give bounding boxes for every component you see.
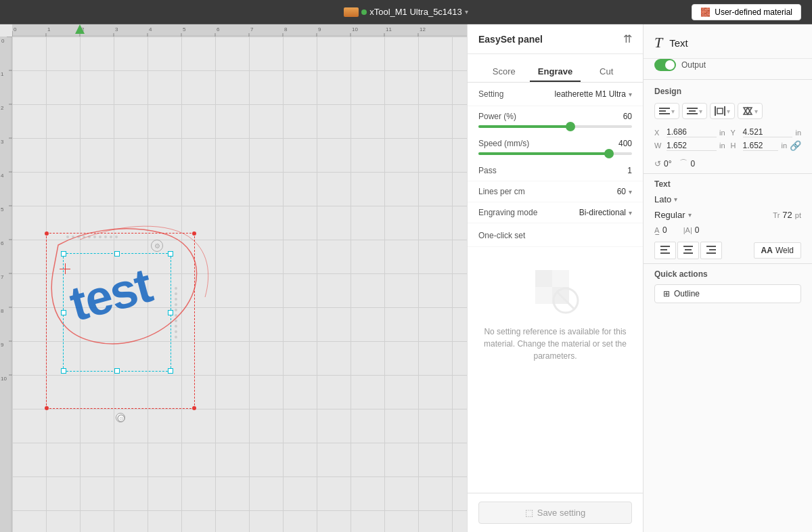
speed-slider-thumb[interactable]	[604, 149, 614, 158]
lock-aspect-icon[interactable]: 🔗	[790, 140, 801, 151]
rotation-handle-bottom[interactable]: ⊙	[116, 413, 125, 422]
sel-handle-mr[interactable]	[168, 310, 173, 315]
svg-text:6: 6	[217, 26, 220, 32]
sel-handle-ml[interactable]	[61, 310, 66, 315]
tab-cut[interactable]: Cut	[581, 62, 632, 82]
svg-rect-55	[535, 287, 552, 304]
mode-row: Engraving mode Bi-directional ▾	[468, 202, 643, 223]
tab-score[interactable]: Score	[478, 62, 530, 82]
mode-value-container[interactable]: Bi-directional ▾	[579, 208, 632, 217]
svg-rect-67	[717, 108, 723, 114]
rotation-row: ↺ 0° ⌒ 0	[644, 154, 812, 173]
font-size-value[interactable]: 72	[782, 210, 792, 220]
char-spacing-item: A̲ 0	[654, 225, 667, 235]
design-section-label: Design	[644, 80, 812, 100]
char-spacing-value[interactable]: 0	[662, 225, 667, 235]
w-label: W	[654, 141, 664, 150]
outline-icon: ⊞	[663, 289, 670, 298]
text-align-right-button[interactable]	[700, 242, 722, 259]
sel-handle-bl[interactable]	[61, 368, 66, 374]
quick-actions-label: Quick actions	[644, 264, 812, 282]
svg-text:1: 1	[1, 71, 4, 77]
x-value[interactable]: 1.686	[667, 127, 717, 137]
svg-rect-73	[683, 246, 693, 247]
y-label: Y	[731, 129, 740, 137]
weld-aa-icon: AA	[761, 246, 773, 255]
dot-pattern	[66, 236, 118, 238]
weld-button[interactable]: AA Weld	[754, 242, 801, 259]
save-icon: ⬚	[525, 508, 533, 518]
speed-slider-track[interactable]	[478, 152, 632, 155]
distribute-ctrl[interactable]: ▾	[710, 103, 735, 119]
main-layout: 0 1 2 3 4 5 6 7 8 9 10	[0, 24, 812, 532]
sel-handle-tr[interactable]	[168, 251, 173, 257]
svg-rect-66	[724, 106, 725, 116]
sel-handle-br[interactable]	[168, 368, 173, 374]
output-toggle[interactable]	[654, 59, 676, 71]
text-section-label: Text	[644, 174, 812, 192]
svg-rect-74	[685, 249, 692, 250]
header: xTool_M1 Ultra_5c1413 ▾ 🧱 User-defined m…	[0, 0, 812, 24]
svg-rect-53	[535, 270, 552, 287]
svg-rect-62	[687, 108, 698, 109]
lines-value-container[interactable]: 60 ▾	[617, 187, 632, 196]
canvas-content[interactable]: ⚙	[12, 37, 467, 532]
sel-handle-tl[interactable]	[61, 251, 66, 257]
svg-rect-61	[659, 113, 670, 114]
svg-text:11: 11	[386, 26, 392, 32]
align-ctrl-arrow-3: ▾	[727, 108, 730, 115]
rotation-value[interactable]: 0°	[664, 159, 671, 169]
svg-text:7: 7	[250, 26, 254, 32]
device-selector[interactable]: xTool_M1 Ultra_5c1413 ▾	[344, 7, 468, 17]
x-label: X	[654, 129, 664, 137]
tab-engrave[interactable]: Engrave	[530, 62, 581, 82]
power-slider-track[interactable]	[478, 125, 632, 128]
corner-value[interactable]: 0	[690, 159, 695, 169]
outline-button[interactable]: ⊞ Outline	[654, 284, 801, 303]
power-slider-thumb[interactable]	[566, 122, 575, 131]
connection-status-dot	[361, 9, 367, 15]
h-value[interactable]: 1.652	[743, 141, 779, 151]
lines-label: Lines per cm	[478, 187, 525, 196]
setting-value-container[interactable]: leatherette M1 Ultra ▾	[555, 89, 632, 99]
speed-slider-row: Speed (mm/s) 400	[468, 133, 643, 160]
svg-text:8: 8	[284, 26, 288, 32]
sel-handle-bm[interactable]	[114, 368, 120, 374]
user-material-button[interactable]: 🧱 User-defined material	[692, 4, 801, 20]
line-spacing-item: |A| 0	[683, 225, 700, 235]
easyset-content: Setting leatherette M1 Ultra ▾ Power (%)…	[468, 83, 643, 493]
svg-rect-78	[706, 252, 716, 254]
canvas-area[interactable]: 0 1 2 3 4 5 6 7 8 9 10	[0, 24, 467, 532]
align-center-ctrl[interactable]: ▾	[682, 103, 707, 119]
svg-rect-64	[687, 113, 698, 114]
design-align-controls: ▾ ▾ ▾ ▾	[644, 100, 812, 125]
power-slider-fill	[478, 125, 570, 128]
w-value[interactable]: 1.652	[667, 141, 717, 151]
design-object[interactable]: ⚙	[46, 233, 195, 409]
svg-text:12: 12	[420, 26, 426, 32]
svg-text:0: 0	[14, 26, 17, 32]
align-left-ctrl[interactable]: ▾	[654, 103, 679, 119]
text-align-left-button[interactable]	[654, 242, 676, 259]
style-row: Regular ▾ Tr 72 pt	[644, 207, 812, 223]
easyset-tabs: Score Engrave Cut	[468, 54, 643, 83]
save-setting-row: ⬚ Save setting	[468, 493, 643, 532]
y-value[interactable]: 4.521	[743, 127, 793, 137]
setting-row: Setting leatherette M1 Ultra ▾	[468, 83, 643, 106]
sel-handle-tm[interactable]	[114, 251, 120, 257]
corner-handle-bl	[45, 406, 49, 410]
mode-label: Engraving mode	[478, 208, 537, 217]
save-setting-button[interactable]: ⬚ Save setting	[478, 502, 632, 524]
font-size-unit: pt	[795, 211, 801, 219]
settings-handle-icon[interactable]: ⚙	[151, 240, 163, 252]
flip-ctrl[interactable]: ▾	[738, 103, 763, 119]
line-spacing-value[interactable]: 0	[695, 225, 700, 235]
spacing-row: A̲ 0 |A| 0	[644, 223, 812, 238]
font-name-container[interactable]: Lato ▾	[654, 194, 677, 204]
font-style: Regular	[654, 210, 685, 220]
font-style-container[interactable]: Regular ▾	[654, 210, 692, 220]
svg-rect-72	[660, 252, 670, 254]
text-align-center-button[interactable]	[677, 242, 699, 259]
element-type-label: Text	[669, 37, 688, 49]
easyset-menu-icon[interactable]: ⇈	[623, 32, 632, 45]
